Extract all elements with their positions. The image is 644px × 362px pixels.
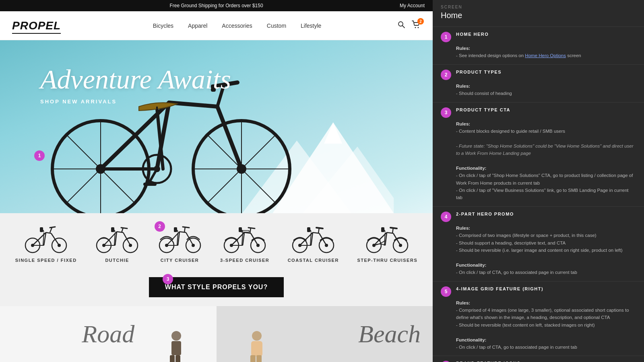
cart-badge: 2: [417, 18, 424, 25]
product-type-dutchie[interactable]: DUTCHIE: [95, 224, 139, 263]
home-hero-options-link[interactable]: Home Hero Options: [525, 53, 566, 58]
panel-item-5: 5 4-IMAGE GRID FEATURE (RIGHT) Rules: - …: [433, 281, 644, 356]
svg-line-14: [66, 135, 101, 169]
banner-text: Free Ground Shipping for Orders over $15…: [169, 3, 263, 8]
product-type-3speed[interactable]: 3-SPEED CRUISER: [220, 224, 269, 263]
panel-badge-3: 3: [441, 107, 451, 118]
single-speed-icon: [24, 224, 68, 255]
hero-section: Adventure Awaits SHOP NEW ARRIVALS 1: [0, 40, 433, 213]
panel-item-2: 2 PRODUCT TYPES Rules: - Should consist …: [433, 64, 644, 102]
svg-rect-113: [307, 227, 310, 232]
bottom-split: Road Beach: [0, 306, 433, 362]
svg-rect-84: [174, 227, 177, 232]
panel-page-title: Home: [433, 11, 644, 27]
svg-point-126: [171, 331, 181, 341]
panel-item-1-body: Rules: - See intended design options on …: [456, 45, 636, 60]
my-account-link[interactable]: My Account: [400, 3, 425, 8]
panel-badge-1: 1: [441, 32, 451, 42]
person-silhouette-left: [160, 330, 192, 362]
annotation-panel: SCREEN Home 1 HOME HERO Rules: - See int…: [433, 0, 644, 362]
panel-item-2-header: 2 PRODUCT TYPES: [441, 70, 636, 80]
svg-line-77: [180, 232, 186, 232]
badge-3-wrapper: 3: [163, 274, 173, 284]
product-type-stepthru[interactable]: STEP-THRU CRUISERS: [357, 224, 417, 263]
product-type-city-cruiser[interactable]: 2: [158, 224, 202, 263]
screen-label: SCREEN: [433, 0, 644, 11]
svg-rect-127: [171, 341, 181, 355]
svg-line-26: [242, 135, 276, 169]
cart-button[interactable]: 2: [412, 21, 421, 31]
bottom-left-panel: Road: [0, 306, 217, 362]
city-cruiser-label: CITY CRUISER: [161, 258, 199, 263]
panel-badge-5: 5: [441, 286, 451, 297]
main-content: Free Ground Shipping for Orders over $15…: [0, 0, 433, 362]
nav-lifestyle[interactable]: Lifestyle: [301, 23, 321, 29]
nav-apparel[interactable]: Apparel: [188, 23, 207, 29]
product-types-section: SINGLE SPEED / FIXED: [0, 213, 433, 271]
panel-item-2-body: Rules: - Should consist of heading: [456, 82, 636, 97]
dutchie-label: DUTCHIE: [105, 258, 129, 263]
svg-point-130: [252, 331, 262, 341]
svg-rect-56: [40, 227, 43, 232]
panel-item-5-title: 4-IMAGE GRID FEATURE (RIGHT): [456, 286, 543, 291]
svg-line-25: [242, 169, 276, 203]
product-type-coastal[interactable]: COASTAL CRUISER: [288, 224, 339, 263]
badge-1: 1: [34, 150, 45, 161]
nav-bicycles[interactable]: Bicycles: [153, 23, 173, 29]
panel-item-3-body: Rules: - Content blocks designed to guid…: [456, 120, 636, 202]
svg-line-107: [319, 233, 326, 245]
panel-item-4-header: 4 2-PART HERO PROMO: [441, 212, 636, 222]
svg-line-81: [183, 227, 189, 228]
person-silhouette-right: [241, 330, 273, 362]
panel-item-3-header: 3 PRODUCT TYPE CTA: [441, 107, 636, 118]
panel-item-4-body: Rules: - Comprised of two images (lifest…: [456, 224, 636, 276]
panel-badge-4: 4: [441, 212, 451, 222]
svg-rect-132: [250, 355, 256, 362]
svg-point-3: [418, 27, 419, 28]
product-type-single-speed[interactable]: SINGLE SPEED / FIXED: [15, 224, 77, 263]
svg-line-67: [121, 228, 127, 228]
hero-title: Adventure Awaits: [40, 64, 231, 95]
panel-item-3-title: PRODUCT TYPE CTA: [456, 107, 510, 112]
cta-brand-word: PROPELS: [213, 284, 246, 290]
svg-rect-128: [170, 355, 175, 362]
stepthru-label: STEP-THRU CRUISERS: [357, 258, 417, 263]
navbar: PROPEL Bicycles Apparel Accessories Cust…: [0, 11, 433, 40]
panel-item-4: 4 2-PART HERO PROMO Rules: - Comprised o…: [433, 206, 644, 281]
bottom-left-heading: Road: [82, 320, 134, 348]
panel-item-1-title: HOME HERO: [456, 32, 489, 37]
coastal-label: COASTAL CRUISER: [288, 258, 339, 263]
svg-rect-129: [175, 355, 180, 362]
nav-actions: 2: [397, 21, 421, 31]
search-button[interactable]: [397, 21, 405, 31]
svg-rect-133: [256, 355, 262, 362]
stepthru-icon: [365, 224, 409, 255]
panel-item-5-header: 5 4-IMAGE GRID FEATURE (RIGHT): [441, 286, 636, 297]
svg-line-120: [393, 233, 400, 245]
badge-2: 2: [155, 221, 165, 232]
coastal-icon: [291, 224, 335, 255]
top-banner: Free Ground Shipping for Orders over $15…: [0, 0, 433, 11]
nav-custom[interactable]: Custom: [267, 23, 286, 29]
panel-item-6: 6 BRAND FEATURE ICONS Rules: - Display 4…: [433, 356, 644, 362]
panel-item-1: 1 HOME HERO Rules: - See intended design…: [433, 27, 644, 64]
svg-line-27: [207, 169, 242, 203]
nav-links: Bicycles Apparel Accessories Custom Life…: [77, 23, 397, 29]
panel-badge-2: 2: [441, 70, 451, 80]
hero-text: Adventure Awaits SHOP NEW ARRIVALS: [40, 64, 231, 105]
bottom-right-heading: Beach: [358, 320, 421, 348]
svg-rect-125: [381, 227, 384, 232]
svg-line-15: [101, 169, 135, 203]
svg-line-17: [66, 169, 101, 203]
product-types-row: SINGLE SPEED / FIXED: [8, 224, 425, 263]
bottom-right-panel: Beach: [217, 306, 433, 362]
nav-accessories[interactable]: Accessories: [222, 23, 252, 29]
dutchie-icon: [95, 224, 139, 255]
search-icon: [397, 21, 405, 29]
panel-item-1-header: 1 HOME HERO: [441, 32, 636, 42]
svg-line-1: [402, 26, 405, 28]
site-logo[interactable]: PROPEL: [12, 19, 61, 32]
svg-rect-131: [251, 341, 262, 356]
hero-subtitle: SHOP NEW ARRIVALS: [40, 99, 231, 105]
panel-item-4-title: 2-PART HERO PROMO: [456, 212, 514, 216]
